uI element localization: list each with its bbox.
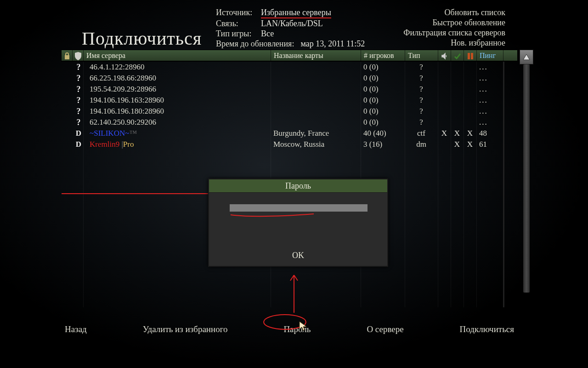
server-ping: ... <box>476 73 503 84</box>
scroll-up-button[interactable] <box>520 50 533 64</box>
source-label: Источник: <box>216 7 254 18</box>
server-ping: ... <box>476 117 503 128</box>
server-name: ~SILIKON~™ <box>87 128 271 139</box>
header-ping[interactable]: Пинг <box>477 50 503 62</box>
server-voice <box>438 117 451 128</box>
filter-info: Источник: Избранные серверы Связь: LAN/К… <box>216 7 365 49</box>
table-row[interactable]: ?195.54.209.29:289660 (0)?... <box>61 84 518 95</box>
server-pb <box>464 84 476 95</box>
server-pure <box>451 106 464 117</box>
scroll-track[interactable] <box>523 64 530 293</box>
header-type[interactable]: Тип <box>405 50 438 62</box>
header-flag-icon[interactable] <box>464 50 477 62</box>
server-type: ? <box>405 95 438 106</box>
password-dialog: Пароль OK <box>208 178 388 267</box>
server-browser-screen: Подключиться Источник: Избранные серверы… <box>0 0 588 368</box>
back-button[interactable]: Назад <box>61 323 90 335</box>
server-map <box>271 117 361 128</box>
gametype-value[interactable]: Все <box>261 29 274 39</box>
refresh-time-label: Время до обновления: <box>216 39 294 49</box>
server-players: 3 (16) <box>361 139 405 150</box>
header-lock-icon[interactable] <box>62 50 73 62</box>
filter-servers-button[interactable]: Фильтрация списка серверов <box>403 28 505 38</box>
header-map[interactable]: Название карты <box>271 50 361 62</box>
page-title: Подключиться <box>82 28 202 49</box>
table-row[interactable]: DKremlin9 |ProMoscow, Russia3 (16)dmXX61 <box>61 139 518 150</box>
server-players: 40 (40) <box>361 128 405 139</box>
server-pb <box>464 117 476 128</box>
svg-rect-0 <box>468 53 470 59</box>
server-map: Moscow, Russia <box>271 139 361 150</box>
annotation-password-underline <box>230 213 315 218</box>
server-map <box>271 62 361 73</box>
server-ping: ... <box>476 106 503 117</box>
new-favorite-button[interactable]: Нов. избранное <box>403 38 505 48</box>
server-players: 0 (0) <box>361 117 405 128</box>
server-voice <box>438 139 451 150</box>
server-pure <box>451 62 464 73</box>
server-pure <box>451 95 464 106</box>
server-status-icon: D <box>74 128 83 139</box>
server-type: dm <box>405 139 438 150</box>
server-type: ? <box>405 84 438 95</box>
server-pure: X <box>451 139 464 150</box>
header-players[interactable]: # игроков <box>361 50 405 62</box>
table-row[interactable]: D~SILIKON~™Burgundy, France40 (40)ctfXXX… <box>61 128 518 139</box>
server-voice <box>438 84 451 95</box>
conn-value[interactable]: LAN/Кабель/DSL <box>261 18 323 29</box>
server-name: 194.106.196.180:28960 <box>87 106 271 117</box>
table-row[interactable]: ?46.4.1.122:289600 (0)?... <box>61 62 518 73</box>
header-shield-icon[interactable] <box>73 50 84 62</box>
password-input[interactable] <box>230 204 368 212</box>
server-type: ctf <box>405 128 438 139</box>
server-status-icon: ? <box>74 117 83 128</box>
server-map <box>271 106 361 117</box>
server-type: ? <box>405 117 438 128</box>
password-ok-button[interactable]: OK <box>209 251 387 260</box>
server-pb <box>464 106 476 117</box>
conn-label: Связь: <box>216 18 254 29</box>
header-sound-icon[interactable] <box>438 50 451 62</box>
server-voice <box>438 106 451 117</box>
server-voice <box>438 95 451 106</box>
server-map <box>271 84 361 95</box>
server-type: ? <box>405 73 438 84</box>
table-row[interactable]: ?194.106.196.180:289600 (0)?... <box>61 106 518 117</box>
annotation-silikon-underline <box>62 193 229 194</box>
server-type: ? <box>405 106 438 117</box>
server-players: 0 (0) <box>361 95 405 106</box>
password-dialog-title: Пароль <box>209 179 387 193</box>
server-status-icon: ? <box>74 73 83 84</box>
password-button[interactable]: Пароль <box>280 323 314 335</box>
server-name: 46.4.1.122:28960 <box>87 62 271 73</box>
server-players: 0 (0) <box>361 62 405 73</box>
header-server-name[interactable]: Имя сервера <box>84 50 271 62</box>
server-voice <box>438 73 451 84</box>
server-pb <box>464 62 476 73</box>
server-map: Burgundy, France <box>271 128 361 139</box>
table-row[interactable]: ?62.140.250.90:292060 (0)?... <box>61 117 518 128</box>
header-check-icon[interactable] <box>451 50 464 62</box>
server-players: 0 (0) <box>361 106 405 117</box>
table-row[interactable]: ?194.106.196.163:289600 (0)?... <box>61 95 518 106</box>
server-voice: X <box>438 128 451 139</box>
remove-favorite-button[interactable]: Удалить из избранного <box>139 323 232 335</box>
server-info-button[interactable]: О сервере <box>363 323 407 335</box>
bottom-button-bar: Назад Удалить из избранного Пароль О сер… <box>61 320 518 339</box>
source-value[interactable]: Избранные серверы <box>261 7 331 18</box>
quick-refresh-button[interactable]: Быстрое обновление <box>403 17 505 28</box>
server-ping: ... <box>476 84 503 95</box>
server-pb <box>464 73 476 84</box>
server-players: 0 (0) <box>361 84 405 95</box>
server-name: 66.225.198.66:28960 <box>87 73 271 84</box>
server-status-icon: ? <box>74 106 83 117</box>
server-map <box>271 95 361 106</box>
server-status-icon: ? <box>74 95 83 106</box>
server-name: 195.54.209.29:28966 <box>87 84 271 95</box>
top-actions: Обновить список Быстрое обновление Фильт… <box>403 7 505 48</box>
connect-button[interactable]: Подключиться <box>456 323 518 335</box>
refresh-list-button[interactable]: Обновить список <box>403 7 505 17</box>
server-pure <box>451 84 464 95</box>
server-pb: X <box>464 139 476 150</box>
table-row[interactable]: ?66.225.198.66:289600 (0)?... <box>61 73 518 84</box>
